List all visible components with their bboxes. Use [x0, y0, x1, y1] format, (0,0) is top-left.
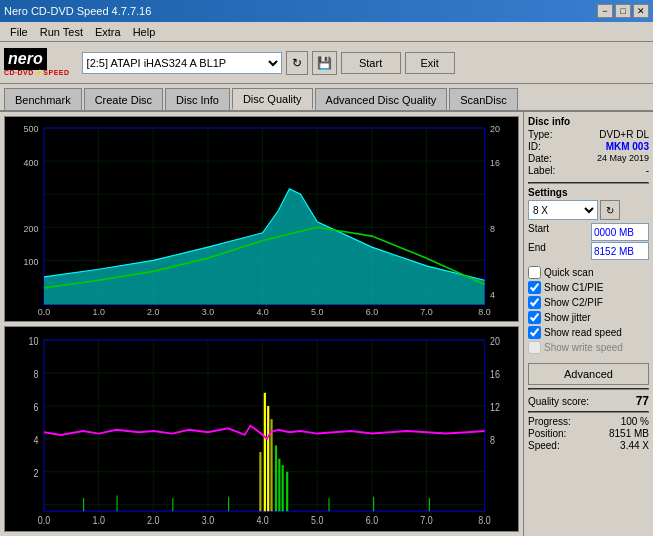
svg-text:500: 500 — [24, 124, 39, 134]
show-c2-pif-row: Show C2/PIF — [528, 296, 649, 309]
svg-text:2: 2 — [33, 467, 38, 479]
svg-text:7.0: 7.0 — [420, 308, 432, 318]
close-button[interactable]: ✕ — [633, 4, 649, 18]
exit-button[interactable]: Exit — [405, 52, 455, 74]
svg-rect-59 — [286, 472, 288, 511]
svg-text:8.0: 8.0 — [478, 515, 491, 527]
quick-scan-checkbox[interactable] — [528, 266, 541, 279]
lower-chart: 10 8 6 4 2 20 16 12 8 0.0 1.0 2.0 3.0 4.… — [4, 326, 519, 532]
start-input[interactable] — [591, 223, 649, 241]
tab-bar: Benchmark Create Disc Disc Info Disc Qua… — [0, 84, 653, 112]
svg-text:2.0: 2.0 — [147, 308, 159, 318]
divider-2 — [528, 388, 649, 390]
tab-scandisc[interactable]: ScanDisc — [449, 88, 517, 110]
tab-disc-info[interactable]: Disc Info — [165, 88, 230, 110]
start-row: Start — [528, 223, 649, 241]
svg-text:4.0: 4.0 — [256, 308, 268, 318]
disc-type-value: DVD+R DL — [599, 129, 649, 140]
menu-run-test[interactable]: Run Test — [34, 24, 89, 40]
save-button[interactable]: 💾 — [312, 51, 337, 75]
start-label: Start — [528, 223, 549, 241]
menu-help[interactable]: Help — [127, 24, 162, 40]
svg-text:0.0: 0.0 — [38, 515, 51, 527]
disc-label-label: Label: — [528, 165, 555, 176]
svg-text:1.0: 1.0 — [92, 308, 104, 318]
svg-text:400: 400 — [24, 158, 39, 168]
quick-scan-row: Quick scan — [528, 266, 649, 279]
svg-text:4: 4 — [33, 434, 38, 446]
lower-chart-svg: 10 8 6 4 2 20 16 12 8 0.0 1.0 2.0 3.0 4.… — [5, 327, 518, 531]
svg-text:4.0: 4.0 — [256, 515, 269, 527]
disc-label-value: - — [646, 165, 649, 176]
speed-row-prog: Speed: 3.44 X — [528, 440, 649, 451]
quick-scan-label: Quick scan — [544, 267, 593, 278]
svg-rect-61 — [117, 495, 118, 511]
svg-text:5.0: 5.0 — [311, 308, 323, 318]
svg-rect-53 — [264, 393, 266, 511]
svg-text:7.0: 7.0 — [420, 515, 433, 527]
start-button[interactable]: Start — [341, 52, 401, 74]
svg-text:200: 200 — [24, 224, 39, 234]
position-value: 8151 MB — [609, 428, 649, 439]
nero-logo: nero CD·DVD⚡SPEED — [4, 48, 70, 76]
minimize-button[interactable]: − — [597, 4, 613, 18]
svg-rect-52 — [259, 452, 261, 511]
tab-create-disc[interactable]: Create Disc — [84, 88, 163, 110]
speed-refresh-button[interactable]: ↻ — [600, 200, 620, 220]
svg-rect-64 — [328, 498, 329, 511]
svg-rect-57 — [278, 459, 280, 512]
show-write-speed-checkbox[interactable] — [528, 341, 541, 354]
title-bar: Nero CD-DVD Speed 4.7.7.16 − □ ✕ — [0, 0, 653, 22]
chart-area: 500 400 200 100 20 16 8 4 0.0 1.0 2.0 3.… — [0, 112, 523, 536]
maximize-button[interactable]: □ — [615, 4, 631, 18]
svg-text:12: 12 — [490, 402, 500, 414]
disc-label-row: Label: - — [528, 165, 649, 176]
disc-type-label: Type: — [528, 129, 552, 140]
advanced-button[interactable]: Advanced — [528, 363, 649, 385]
tab-advanced-disc-quality[interactable]: Advanced Disc Quality — [315, 88, 448, 110]
speed-prog-value: 3.44 X — [620, 440, 649, 451]
show-c2-pif-label: Show C2/PIF — [544, 297, 603, 308]
show-c1-pie-label: Show C1/PIE — [544, 282, 603, 293]
show-read-speed-checkbox[interactable] — [528, 326, 541, 339]
show-c2-pif-checkbox[interactable] — [528, 296, 541, 309]
show-c1-pie-row: Show C1/PIE — [528, 281, 649, 294]
progress-value: 100 % — [621, 416, 649, 427]
settings-title: Settings — [528, 187, 649, 198]
speed-prog-label: Speed: — [528, 440, 560, 451]
disc-info-section: Disc info Type: DVD+R DL ID: MKM 003 Dat… — [528, 116, 649, 176]
svg-rect-65 — [373, 497, 374, 511]
show-c1-pie-checkbox[interactable] — [528, 281, 541, 294]
drive-select[interactable]: [2:5] ATAPI iHAS324 A BL1P — [82, 52, 282, 74]
show-read-speed-row: Show read speed — [528, 326, 649, 339]
disc-type-row: Type: DVD+R DL — [528, 129, 649, 140]
divider-3 — [528, 411, 649, 413]
disc-date-value: 24 May 2019 — [597, 153, 649, 164]
menu-bar: File Run Test Extra Help — [0, 22, 653, 42]
speed-select[interactable]: 8 X — [528, 200, 598, 220]
menu-extra[interactable]: Extra — [89, 24, 127, 40]
disc-id-label: ID: — [528, 141, 541, 152]
end-row: End — [528, 242, 649, 260]
disc-id-value: MKM 003 — [606, 141, 649, 152]
show-jitter-checkbox[interactable] — [528, 311, 541, 324]
refresh-button[interactable]: ↻ — [286, 51, 308, 75]
position-row: Position: 8151 MB — [528, 428, 649, 439]
main-content: 500 400 200 100 20 16 8 4 0.0 1.0 2.0 3.… — [0, 112, 653, 536]
quality-score-label: Quality score: — [528, 396, 589, 407]
svg-text:6.0: 6.0 — [366, 515, 379, 527]
disc-id-row: ID: MKM 003 — [528, 141, 649, 152]
tab-disc-quality[interactable]: Disc Quality — [232, 88, 313, 110]
disc-info-title: Disc info — [528, 116, 649, 127]
divider-1 — [528, 182, 649, 184]
svg-text:8: 8 — [490, 224, 495, 234]
right-panel: Disc info Type: DVD+R DL ID: MKM 003 Dat… — [523, 112, 653, 536]
toolbar: nero CD·DVD⚡SPEED [2:5] ATAPI iHAS324 A … — [0, 42, 653, 84]
end-input[interactable] — [591, 242, 649, 260]
menu-file[interactable]: File — [4, 24, 34, 40]
svg-text:4: 4 — [490, 290, 495, 300]
tab-benchmark[interactable]: Benchmark — [4, 88, 82, 110]
svg-rect-62 — [172, 498, 173, 511]
svg-text:6.0: 6.0 — [366, 308, 378, 318]
show-jitter-label: Show jitter — [544, 312, 591, 323]
